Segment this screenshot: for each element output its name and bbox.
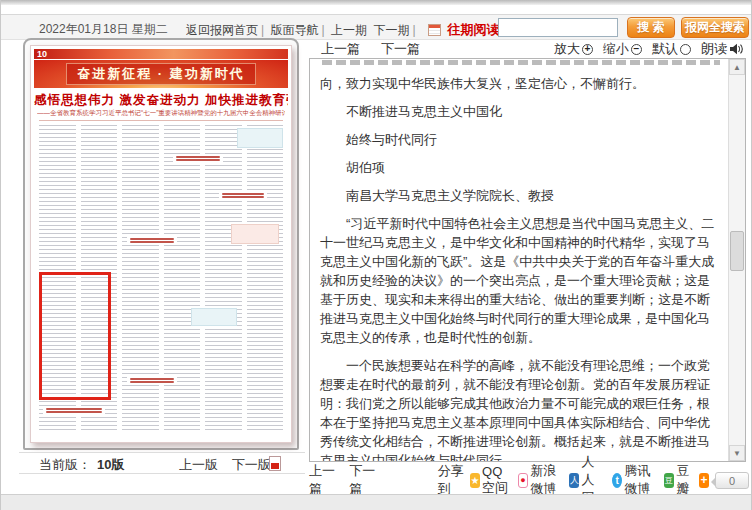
default-size-label: 默认 [652, 40, 678, 58]
top-shadow [1, 0, 752, 5]
top-navigation: 返回报网首页| 版面导航| 上一期 下一期| 往期阅读 [186, 21, 499, 39]
zoom-in-control[interactable]: 放大 + [554, 40, 593, 58]
zoom-in-icon[interactable]: + [582, 44, 593, 55]
theme-banner: 奋进新征程 · 建功新时代 [34, 60, 288, 88]
current-page-value: 10版 [97, 457, 124, 472]
zoom-out-icon[interactable]: − [631, 44, 642, 55]
sina-weibo-label[interactable]: 新浪微博 [530, 462, 564, 498]
newspaper-page-thumbnail[interactable]: 10 奋进新征程 · 建功新时代 感悟思想伟力 激发奋进动力 加快推进教育强省建… [30, 45, 292, 443]
highlighted-article-block [237, 128, 283, 148]
next-article-link-bottom[interactable]: 下一篇 [349, 462, 375, 498]
page-number: 10 [37, 49, 47, 59]
back-to-site-link[interactable]: 返回报网首页 [186, 23, 258, 37]
scroll-down-arrow[interactable]: ▼ [729, 445, 745, 461]
article-title-mark [173, 154, 223, 163]
zoom-in-label: 放大 [554, 40, 580, 58]
read-aloud-control[interactable]: 朗读 [701, 40, 744, 58]
article-paragraph-2: 一个民族想要站在科学的高峰，就不能没有理论思维；一个政党想要走在时代的最前列，就… [320, 356, 722, 461]
qzone-label[interactable]: QQ空间 [482, 464, 513, 497]
page-navigation-bar: 当前版：10版 上一版 下一版 [19, 452, 305, 474]
share-douban[interactable]: 豆瓣 [664, 462, 694, 498]
article-author: 胡伯项 [320, 158, 722, 177]
share-bar: 上一篇 下一篇 分享到 QQ空间 新浪微博 人人网 腾讯微博 豆瓣 0 [309, 470, 749, 490]
default-size-control[interactable]: 默认 [652, 40, 691, 58]
site-search-button[interactable]: 报网全搜索 [681, 17, 749, 38]
page-links: 上一版 下一版 [179, 456, 281, 474]
zoom-out-control[interactable]: 缩小 − [603, 40, 642, 58]
article-text: 向，致力实现中华民族伟大复兴，坚定信心，不懈前行。 不断推进马克思主义中国化 始… [310, 59, 728, 461]
share-to-label: 分享到 [438, 462, 464, 498]
current-page-label: 当前版： [39, 457, 91, 472]
current-page-indicator: 当前版：10版 [39, 456, 124, 474]
speaker-icon [729, 43, 744, 55]
thumbnail-text-column [122, 125, 159, 432]
share-count-bubble[interactable]: 0 [715, 472, 749, 489]
article-title-mark [127, 376, 177, 385]
highlighted-article-block [191, 308, 237, 326]
tencent-weibo-icon [612, 473, 622, 488]
article-lead-line: 向，致力实现中华民族伟大复兴，坚定信心，不懈前行。 [320, 74, 722, 93]
article-title-mark [127, 236, 177, 245]
article-author-affiliation: 南昌大学马克思主义学院院长、教授 [320, 186, 722, 205]
previous-issue-link[interactable]: 上一期 [331, 23, 367, 37]
text-controls: 放大 + 缩小 − 默认 朗读 [548, 40, 744, 58]
tencent-weibo-label[interactable]: 腾讯微博 [624, 462, 659, 498]
thumbnail-text-column [205, 125, 242, 432]
issue-date: 2022年01月18日 星期二 [39, 21, 168, 38]
article-title-line-1: 不断推进马克思主义中国化 [320, 102, 722, 121]
nav-separator: | [321, 23, 324, 37]
douban-icon [664, 473, 674, 488]
share-sina-weibo[interactable]: 新浪微博 [518, 462, 565, 498]
page-subtitle: ——全省教育系统学习习近平总书记“七一”重要讲话精神暨党的十九届六中全会精神研讨… [37, 109, 285, 118]
search-input[interactable] [498, 18, 618, 37]
thumbnail-text-column [247, 125, 284, 432]
clipped-text-line [322, 60, 720, 68]
headline-divider [39, 120, 283, 121]
article-reader-header: 上一篇 下一篇 放大 + 缩小 − 默认 朗读 [309, 40, 746, 58]
share-tencent-weibo[interactable]: 腾讯微博 [612, 462, 659, 498]
page-thumbnail-panel: 10 奋进新征程 · 建功新时代 感悟思想伟力 激发奋进动力 加快推进教育强省建… [23, 38, 299, 450]
qzone-icon [470, 473, 480, 488]
more-share-icon[interactable] [699, 473, 709, 488]
thumbnail-text-column [164, 125, 201, 432]
previous-article-link[interactable]: 上一篇 [321, 40, 360, 58]
article-title-mark [219, 191, 267, 200]
previous-article-link-bottom[interactable]: 上一篇 [309, 462, 335, 498]
page-number-strip: 10 [34, 49, 288, 59]
next-page-link[interactable]: 下一版 [232, 457, 271, 472]
scrollbar-thumb[interactable] [730, 231, 744, 271]
footer-band [1, 494, 752, 510]
next-issue-link[interactable]: 下一期 [374, 23, 410, 37]
pdf-download-icon[interactable] [269, 456, 281, 471]
top-toolbar: 2022年01月18日 星期二 返回报网首页| 版面导航| 上一期 下一期| 往… [1, 14, 752, 40]
share-qzone[interactable]: QQ空间 [470, 464, 513, 497]
default-size-icon[interactable] [680, 44, 691, 55]
douban-label[interactable]: 豆瓣 [676, 462, 694, 498]
article-title-line-2: 始终与时代同行 [320, 130, 722, 149]
article-scrollbar[interactable]: ▲ ▼ [728, 59, 745, 461]
article-paragraph-1: “习近平新时代中国特色社会主义思想是当代中国马克思主义、二十一世纪马克思主义，是… [320, 214, 722, 347]
past-issues-link[interactable]: 往期阅读 [447, 22, 499, 37]
epaper-reader-window: 2022年01月18日 星期二 返回报网首页| 版面导航| 上一期 下一期| 往… [0, 0, 752, 510]
calendar-icon [428, 24, 441, 36]
page-headline: 感悟思想伟力 激发奋进动力 加快推进教育强省建设 [34, 92, 288, 109]
search-button[interactable]: 搜 索 [627, 17, 675, 38]
renren-icon [569, 473, 579, 488]
boxed-article-block [231, 224, 279, 244]
previous-page-link[interactable]: 上一版 [179, 457, 218, 472]
zoom-out-label: 缩小 [603, 40, 629, 58]
nav-separator: | [413, 23, 416, 37]
banner-text: 奋进新征程 · 建功新时代 [66, 63, 256, 85]
selected-article-highlight[interactable] [39, 272, 111, 400]
read-aloud-label: 朗读 [701, 40, 727, 58]
page-directory-link[interactable]: 版面导航 [270, 23, 318, 37]
article-title-mark [43, 406, 105, 415]
next-article-link[interactable]: 下一篇 [381, 40, 420, 58]
sina-weibo-icon [518, 473, 529, 488]
scroll-up-arrow[interactable]: ▲ [729, 59, 745, 75]
article-content-box: 向，致力实现中华民族伟大复兴，坚定信心，不懈前行。 不断推进马克思主义中国化 始… [309, 58, 746, 462]
nav-separator: | [261, 23, 264, 37]
